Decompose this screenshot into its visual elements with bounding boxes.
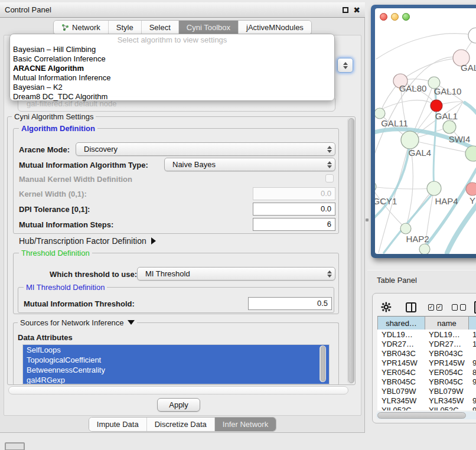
algorithm-dropdown-item[interactable]: Dream8 DC_TDC Algorithm: [10, 92, 334, 102]
node-table-rows[interactable]: YDL19… YDL19… 13 YDR27… YDR27… 12 YBR043…: [377, 330, 476, 410]
mi-steps-field[interactable]: 6: [253, 218, 335, 231]
network-node-GCY1[interactable]: [375, 181, 376, 192]
cell-shared-name[interactable]: YPR145W: [377, 358, 425, 367]
hub-definition-section[interactable]: Hub/Transcription Factor Definition: [19, 236, 156, 246]
tab-network[interactable]: Network: [54, 21, 109, 34]
cell-value[interactable]: 8.: [468, 367, 476, 377]
cell-value[interactable]: [468, 348, 476, 358]
zoom-window-icon[interactable]: [402, 13, 410, 21]
tab-select[interactable]: Select: [142, 21, 179, 34]
cell-shared-name[interactable]: YIL052C: [377, 405, 425, 410]
column-header-shared-name[interactable]: shared…: [378, 317, 425, 330]
float-window-icon[interactable]: [343, 7, 348, 13]
cell-shared-name[interactable]: YDL19…: [377, 330, 425, 339]
cell-shared-name[interactable]: YLR345W: [377, 396, 425, 405]
data-attribute-item[interactable]: SelfLoops: [23, 345, 329, 355]
cell-shared-name[interactable]: YBR045C: [377, 377, 425, 386]
algorithm-dropdown-item[interactable]: Basic Correlation Inference: [10, 54, 334, 64]
unchecked-checkbox-icon[interactable]: [452, 304, 458, 311]
algorithm-dropdown-item[interactable]: Bayesian – K2: [10, 83, 334, 92]
checked-checkbox-icon[interactable]: ✓: [436, 304, 442, 311]
data-attribute-item[interactable]: BetweennessCentrality: [23, 365, 329, 375]
sources-legend[interactable]: Sources for Network Inference: [18, 319, 137, 327]
kernel-width-field[interactable]: 0.0: [253, 187, 335, 200]
split-columns-icon[interactable]: [406, 302, 416, 312]
close-icon[interactable]: ✖: [353, 7, 360, 13]
gear-icon[interactable]: [381, 301, 392, 313]
cell-shared-name[interactable]: YBR043C: [377, 348, 425, 358]
aracne-mode-combobox[interactable]: Discovery: [76, 142, 335, 156]
table-row[interactable]: YDR27… YDR27… 12: [377, 339, 476, 348]
settings-vertical-scrollbar[interactable]: [347, 118, 355, 384]
table-row[interactable]: YBR045C YBR045C 9.: [377, 377, 476, 386]
cell-name[interactable]: YLR345W: [425, 396, 468, 405]
table-horizontal-scrollbar[interactable]: [376, 412, 476, 419]
algorithm-combobox-fragment[interactable]: [337, 58, 353, 73]
algorithm-dropdown-item[interactable]: ARACNE Algorithm: [10, 64, 334, 73]
network-node-GAL4[interactable]: [401, 131, 419, 149]
cell-shared-name[interactable]: YBL079W: [377, 386, 425, 396]
table-row[interactable]: YPR145W YPR145W 9.: [377, 358, 476, 367]
dpi-tolerance-field[interactable]: 0.0: [253, 203, 335, 216]
splitter-grip[interactable]: [366, 219, 369, 221]
mi-algorithm-type-combobox[interactable]: Naive Bayes: [164, 158, 335, 171]
cell-name[interactable]: YBR043C: [425, 348, 468, 358]
cell-name[interactable]: YER054C: [425, 367, 468, 377]
algorithm-dropdown-item[interactable]: Mutual Information Inference: [10, 73, 334, 83]
cell-value[interactable]: 9.: [468, 358, 476, 367]
minimize-window-icon[interactable]: [391, 13, 399, 21]
tab-cyni-toolbox[interactable]: Cyni Toolbox: [179, 21, 239, 34]
table-row[interactable]: YDL19… YDL19… 13: [377, 330, 476, 339]
data-attribute-item[interactable]: gal4RGexp: [23, 375, 329, 384]
settings-horizontal-scrollbar[interactable]: [8, 386, 348, 394]
cell-name[interactable]: YDL19…: [425, 330, 468, 339]
column-header-name[interactable]: name: [425, 317, 469, 330]
cell-name[interactable]: YDR27…: [425, 339, 468, 348]
table-row[interactable]: YBR043C YBR043C: [377, 348, 476, 358]
cell-value[interactable]: [468, 386, 476, 396]
network-node-Y[interactable]: [466, 182, 476, 195]
tab-infer-network[interactable]: Infer Network: [215, 418, 276, 431]
table-row[interactable]: YIL052C YIL052C 9.: [377, 405, 476, 410]
mi-threshold-field[interactable]: 0.5: [248, 297, 332, 310]
network-node[interactable]: [465, 146, 476, 161]
manual-kernel-width-checkbox[interactable]: [325, 174, 334, 182]
algorithm-dropdown-item[interactable]: Bayesian – Hill Climbing: [10, 45, 334, 54]
tab-jactivemnodules[interactable]: jActiveMNodules: [239, 21, 311, 34]
cell-shared-name[interactable]: YDR27…: [377, 339, 425, 348]
cell-value[interactable]: 9.: [468, 377, 476, 386]
network-node-GAL11[interactable]: [375, 108, 385, 119]
network-node[interactable]: [468, 28, 476, 43]
table-row[interactable]: YBL079W YBL079W: [377, 386, 476, 396]
cell-value[interactable]: 9.: [468, 396, 476, 405]
tab-discretize-data[interactable]: Discretize Data: [147, 418, 215, 431]
cell-value[interactable]: 12: [468, 339, 476, 348]
attributes-vertical-scrollbar[interactable]: [319, 345, 326, 382]
network-canvas[interactable]: GAL80GAL10GALGAL1GAL11SWI4GAL4GCY1HAP4YH…: [375, 26, 476, 254]
cell-name[interactable]: YBL079W: [425, 386, 468, 396]
column-header-partial[interactable]: [469, 317, 476, 330]
table-panel-titlebar[interactable]: Table Panel: [367, 270, 476, 290]
network-node-GAL1[interactable]: [431, 100, 442, 112]
document-icon[interactable]: [474, 301, 476, 314]
tab-style[interactable]: Style: [109, 21, 142, 34]
table-row[interactable]: YLR345W YLR345W 9.: [377, 396, 476, 405]
network-node-HAP4[interactable]: [427, 181, 441, 195]
network-view-window[interactable]: GAL80GAL10GALGAL1GAL11SWI4GAL4GCY1HAP4YH…: [371, 5, 476, 258]
data-attribute-item[interactable]: TopologicalCoefficient: [23, 355, 329, 365]
cell-value[interactable]: 9.: [468, 405, 476, 410]
tab-impute-data[interactable]: Impute Data: [89, 418, 147, 431]
unchecked-checkbox-icon[interactable]: [460, 304, 466, 311]
table-row[interactable]: YER054C YER054C 8.: [377, 367, 476, 377]
cell-name[interactable]: YIL052C: [425, 405, 468, 410]
checked-checkbox-icon[interactable]: ✓: [428, 304, 434, 311]
network-node[interactable]: [419, 244, 430, 254]
minimized-window-fragment[interactable]: [5, 442, 25, 450]
network-node-HAP2[interactable]: [400, 223, 411, 234]
network-node-SWI4[interactable]: [443, 120, 456, 133]
cell-shared-name[interactable]: YER054C: [377, 367, 425, 377]
control-panel-titlebar[interactable]: Control Panel ✖: [0, 2, 365, 18]
apply-button[interactable]: Apply: [157, 398, 200, 412]
cell-name[interactable]: YPR145W: [425, 358, 468, 367]
which-threshold-combobox[interactable]: MI Threshold: [137, 267, 335, 281]
